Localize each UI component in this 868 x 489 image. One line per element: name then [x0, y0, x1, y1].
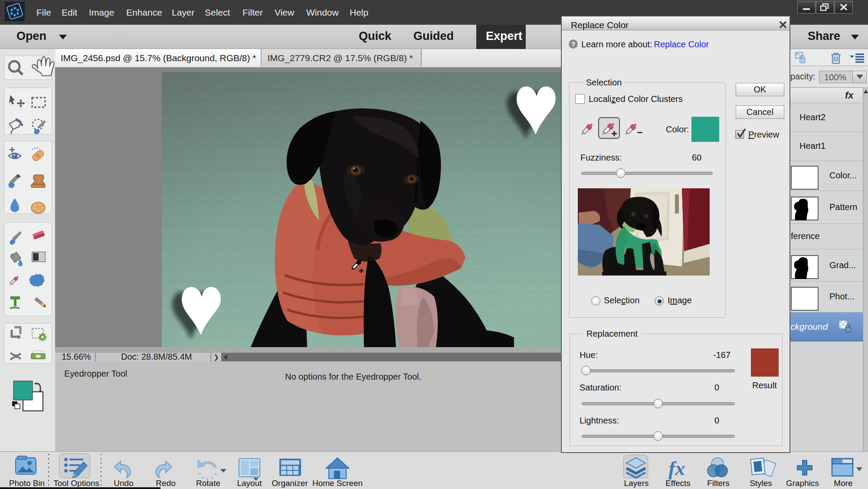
svg-text:fx: fx	[668, 457, 685, 479]
